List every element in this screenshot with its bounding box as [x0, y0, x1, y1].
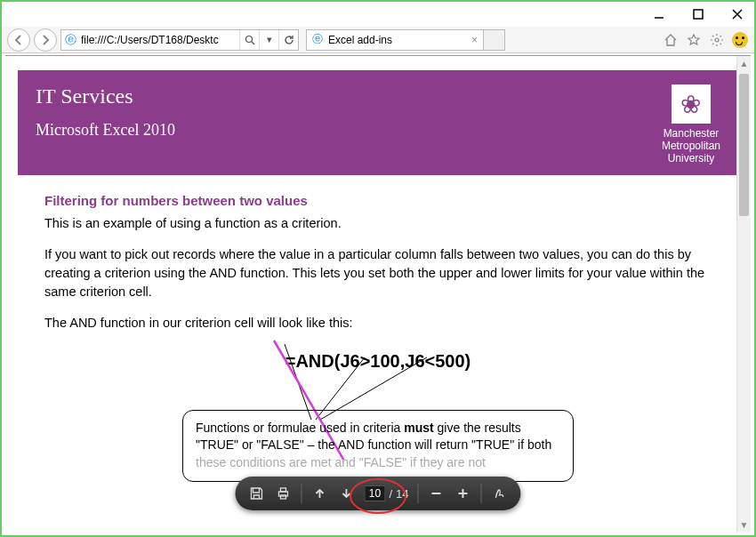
search-icon[interactable] [239, 30, 259, 50]
tab-title: Excel add-ins [328, 34, 392, 46]
svg-point-6 [715, 38, 719, 42]
zoom-in-icon[interactable] [454, 485, 472, 502]
scroll-down-arrow[interactable]: ▼ [737, 517, 751, 532]
back-button[interactable] [7, 28, 30, 52]
header-subtitle: Microsoft Excel 2010 [36, 121, 175, 140]
tab-active[interactable]: ⓔ Excel add-ins × [306, 29, 484, 51]
tab-bar: ⓔ Excel add-ins × [306, 29, 505, 51]
section-heading: Filtering for numbers between two values [44, 191, 712, 211]
svg-rect-12 [280, 488, 286, 492]
page-up-icon[interactable] [310, 485, 328, 502]
print-icon[interactable] [274, 485, 292, 502]
svg-rect-13 [280, 495, 286, 499]
svg-point-4 [245, 36, 252, 42]
address-bar[interactable]: ⓔ ▾ [60, 29, 299, 51]
window-titlebar [2, 2, 754, 27]
zoom-out-icon[interactable] [428, 485, 446, 502]
paragraph-2: If you want to pick out records where th… [44, 245, 712, 301]
callout-box: Functions or formulae used in criteria m… [182, 410, 574, 482]
svg-line-5 [252, 42, 254, 44]
forward-button[interactable] [34, 28, 57, 52]
tab-close-icon[interactable]: × [471, 34, 478, 46]
page-indicator: / 14 [364, 485, 408, 501]
logo-icon: ❀ [672, 84, 711, 124]
callout-text-1a: Functions or formulae used in criteria [196, 421, 404, 435]
callout-overflow-text: these conditions are met and "FALSE" if … [196, 455, 486, 469]
vertical-scrollbar[interactable]: ▲ ▼ [736, 56, 751, 532]
page-down-icon[interactable] [337, 485, 355, 502]
settings-icon[interactable] [708, 31, 726, 49]
browser-window: ⓔ ▾ ⓔ Excel add-ins × [0, 0, 756, 537]
total-pages: 14 [396, 487, 408, 501]
paragraph-3: The AND function in our criterion cell w… [44, 314, 712, 333]
separator [418, 484, 419, 503]
pdf-page: IT Services Microsoft Excel 2010 ❀ Manch… [18, 70, 738, 498]
pdf-toolbar: / 14 [235, 477, 520, 510]
university-name-2: Metropolitan [662, 140, 720, 152]
svg-rect-1 [694, 10, 703, 19]
toolbar-right-icons [662, 31, 749, 49]
minimize-button[interactable] [647, 6, 671, 22]
favorites-icon[interactable] [685, 31, 703, 49]
browser-toolbar: ⓔ ▾ ⓔ Excel add-ins × [2, 27, 754, 53]
university-name-3: University [662, 152, 720, 164]
page-separator: / [389, 487, 392, 501]
scroll-up-arrow[interactable]: ▲ [737, 56, 751, 70]
refresh-icon[interactable] [278, 30, 298, 50]
save-icon[interactable] [247, 485, 265, 502]
paragraph-1: This is an example of using a function a… [44, 214, 712, 233]
maximize-button[interactable] [687, 6, 710, 22]
callout-must: must [404, 421, 433, 435]
ie-icon: ⓔ [61, 32, 79, 48]
current-page-input[interactable] [364, 485, 385, 501]
university-logo-block: ❀ Manchester Metropolitan University [662, 84, 720, 164]
scroll-thumb[interactable] [739, 74, 749, 216]
adobe-icon[interactable] [491, 485, 509, 502]
ie-icon: ⓔ [312, 32, 323, 47]
dropdown-icon[interactable]: ▾ [259, 30, 278, 50]
document-header: IT Services Microsoft Excel 2010 ❀ Manch… [18, 70, 738, 175]
content-area: ▲ ▼ IT Services Microsoft Excel 2010 ❀ M… [5, 55, 751, 532]
address-input[interactable] [79, 34, 239, 46]
separator [481, 484, 482, 503]
home-icon[interactable] [662, 31, 680, 49]
header-title: IT Services [36, 84, 175, 108]
feedback-icon[interactable] [731, 31, 749, 49]
document-body: Filtering for numbers between two values… [18, 175, 738, 498]
new-tab-button[interactable] [484, 29, 505, 51]
formula-text: =AND(J6>100,J6<500) [44, 349, 712, 374]
university-name-1: Manchester [662, 127, 720, 140]
separator [301, 484, 302, 503]
close-button[interactable] [726, 6, 749, 22]
